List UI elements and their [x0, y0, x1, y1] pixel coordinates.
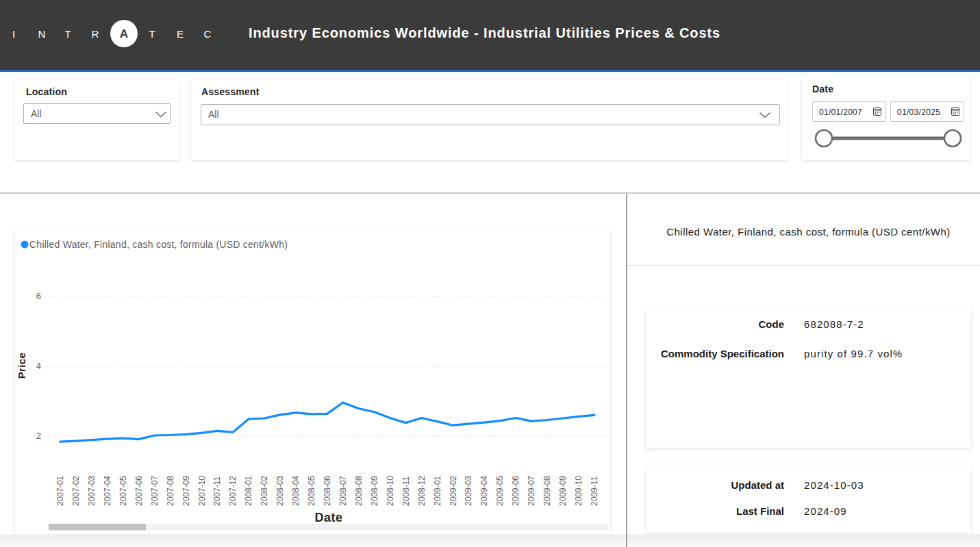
svg-text:2009-05: 2009-05 [495, 476, 505, 506]
svg-text:6: 6 [36, 291, 41, 301]
svg-text:2007-07: 2007-07 [150, 476, 160, 506]
svg-text:2009-09: 2009-09 [558, 476, 568, 506]
svg-text:Chilled Water, Finland, cash c: Chilled Water, Finland, cash cost, formu… [29, 239, 288, 250]
svg-text:2007-09: 2007-09 [181, 476, 191, 506]
svg-text:Price: Price [16, 353, 27, 379]
svg-text:4: 4 [36, 361, 41, 371]
svg-text:Date: Date [314, 511, 342, 524]
svg-text:2007-12: 2007-12 [228, 476, 238, 506]
svg-text:2009-02: 2009-02 [449, 476, 458, 506]
svg-text:2009-01: 2009-01 [433, 476, 442, 506]
svg-text:2: 2 [36, 431, 41, 441]
svg-text:2009-04: 2009-04 [479, 476, 489, 506]
svg-text:2009-08: 2009-08 [542, 476, 552, 506]
svg-text:2008-01: 2008-01 [244, 476, 253, 506]
svg-text:2008-06: 2008-06 [323, 476, 332, 506]
svg-text:2009-11: 2009-11 [590, 476, 599, 506]
svg-text:2007-08: 2007-08 [166, 476, 175, 506]
svg-text:2007-04: 2007-04 [103, 476, 112, 506]
svg-text:2009-10: 2009-10 [574, 476, 583, 506]
svg-text:2007-02: 2007-02 [71, 476, 81, 506]
svg-text:2007-06: 2007-06 [134, 476, 144, 506]
svg-text:2008-09: 2008-09 [370, 476, 379, 506]
svg-text:2008-04: 2008-04 [291, 476, 301, 506]
svg-text:2007-03: 2007-03 [87, 476, 97, 506]
svg-text:2007-11: 2007-11 [212, 476, 222, 506]
svg-text:2008-11: 2008-11 [401, 476, 411, 506]
svg-text:2008-07: 2008-07 [338, 476, 348, 506]
svg-text:2008-03: 2008-03 [275, 476, 285, 506]
svg-text:2007-10: 2007-10 [197, 476, 207, 506]
svg-text:2008-02: 2008-02 [260, 476, 269, 506]
svg-text:2008-10: 2008-10 [386, 476, 395, 506]
svg-text:2007-01: 2007-01 [55, 476, 65, 506]
svg-text:2007-05: 2007-05 [118, 476, 128, 506]
svg-text:2009-07: 2009-07 [527, 476, 536, 506]
svg-text:2008-05: 2008-05 [307, 476, 316, 506]
svg-text:2008-12: 2008-12 [417, 476, 427, 506]
svg-text:2009-06: 2009-06 [511, 476, 520, 506]
svg-text:2009-03: 2009-03 [464, 476, 473, 506]
svg-text:2008-08: 2008-08 [354, 476, 364, 506]
